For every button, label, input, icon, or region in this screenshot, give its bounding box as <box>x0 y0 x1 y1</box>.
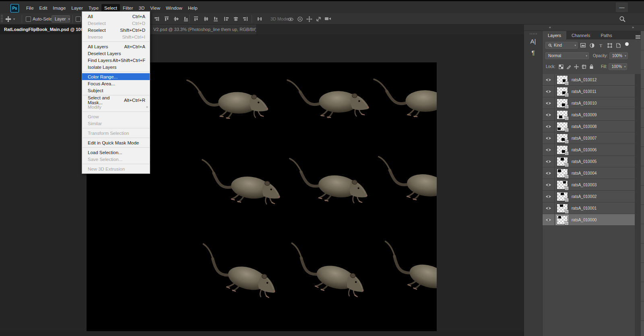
layer-name[interactable]: ratsA_010010 <box>572 101 597 105</box>
layer-row[interactable]: ratsA_010001 <box>543 202 635 214</box>
layer-thumbnail[interactable] <box>557 204 568 213</box>
distribute-right-icon[interactable] <box>242 16 248 22</box>
menubar-item-type[interactable]: Type <box>86 4 101 12</box>
menubar-item-help[interactable]: Help <box>185 4 200 12</box>
move-tool-preset[interactable]: ▾ <box>5 13 15 25</box>
align-v-center-icon[interactable] <box>173 16 180 22</box>
menu-item-all[interactable]: AllCtrl+A <box>82 13 150 20</box>
menu-item-all-layers[interactable]: All LayersAlt+Ctrl+A <box>82 43 150 50</box>
layer-row[interactable]: ratsA_010012 <box>543 74 635 86</box>
layer-thumbnail[interactable] <box>557 99 568 108</box>
layer-thumbnail[interactable] <box>557 75 568 85</box>
menubar-item-select[interactable]: Select <box>101 4 120 12</box>
layer-thumbnail[interactable] <box>557 192 568 201</box>
layer-name[interactable]: ratsA_010004 <box>572 171 597 175</box>
layer-thumbnail[interactable] <box>557 134 568 143</box>
layer-name[interactable]: ratsA_010009 <box>572 113 597 117</box>
blend-mode-dropdown[interactable]: Normal▾ <box>545 52 589 59</box>
minimize-button[interactable]: — <box>616 2 628 12</box>
3d-roll-icon[interactable] <box>297 16 303 22</box>
menubar-item-view[interactable]: View <box>147 4 163 12</box>
menu-item-select-and-mask[interactable]: Select and Mask...Alt+Ctrl+R <box>82 97 150 103</box>
menubar-item-window[interactable]: Window <box>163 4 185 12</box>
layer-thumbnail[interactable] <box>557 215 568 225</box>
align-right-icon[interactable] <box>154 16 160 22</box>
search-icon[interactable] <box>619 16 626 23</box>
collapse-panels-icon[interactable]: « <box>549 25 551 29</box>
layer-thumbnail[interactable] <box>557 157 568 166</box>
3d-pan-icon[interactable] <box>306 16 312 22</box>
layer-name[interactable]: ratsA_010012 <box>572 78 597 82</box>
lock-all-icon[interactable] <box>588 64 595 69</box>
layer-row[interactable]: ratsA_010009 <box>543 109 635 121</box>
panel-tab-paths[interactable]: Paths <box>596 31 617 39</box>
layer-name[interactable]: ratsA_010003 <box>572 183 597 187</box>
menubar-item-image[interactable]: Image <box>50 4 68 12</box>
visibility-eye-icon[interactable] <box>543 167 555 179</box>
layer-thumbnail[interactable] <box>557 122 568 131</box>
layer-row[interactable]: ratsA_010006 <box>543 144 635 156</box>
visibility-eye-icon[interactable] <box>543 86 555 97</box>
visibility-eye-icon[interactable] <box>543 214 555 225</box>
menu-item-isolate-layers[interactable]: Isolate Layers <box>82 64 150 70</box>
layer-thumbnail[interactable] <box>557 145 568 155</box>
3d-slide-icon[interactable] <box>316 16 322 22</box>
smart-object-filter-icon[interactable] <box>615 43 622 48</box>
visibility-eye-icon[interactable] <box>543 74 555 85</box>
3d-orbit-icon[interactable] <box>287 16 293 22</box>
menu-item-modify[interactable]: Modify▸ <box>82 103 150 110</box>
layer-name[interactable]: ratsA_010002 <box>572 194 597 199</box>
layer-name[interactable]: ratsA_010001 <box>572 206 597 210</box>
visibility-eye-icon[interactable] <box>543 132 555 144</box>
distribute-bottom-icon[interactable] <box>213 16 219 22</box>
pixel-layer-filter-icon[interactable] <box>580 43 586 48</box>
layer-thumbnail[interactable] <box>557 169 568 178</box>
menubar-item-edit[interactable]: Edit <box>37 4 50 12</box>
visibility-eye-icon[interactable] <box>543 121 555 132</box>
menu-item-similar[interactable]: Similar <box>82 120 150 127</box>
menu-item-save-selection[interactable]: Save Selection... <box>82 156 150 163</box>
layer-row[interactable]: ratsA_010002 <box>543 191 635 202</box>
layer-row[interactable]: ratsA_010005 <box>543 156 635 167</box>
distribute-v-center-icon[interactable] <box>203 16 209 22</box>
menubar-item-3d[interactable]: 3D <box>136 4 148 12</box>
visibility-eye-icon[interactable] <box>543 156 555 167</box>
auto-select-target-dropdown[interactable]: Layer▾ <box>52 13 70 25</box>
layer-name[interactable]: ratsA_010007 <box>572 136 597 140</box>
lock-transparent-pixels-icon[interactable] <box>558 64 564 69</box>
menu-item-transform-selection[interactable]: Transform Selection <box>82 130 150 136</box>
fill-dropdown[interactable]: 100%▾ <box>609 63 627 70</box>
visibility-eye-icon[interactable] <box>543 97 555 109</box>
align-bottom-icon[interactable] <box>183 16 189 22</box>
show-transform-controls-checkbox[interactable] <box>76 13 81 25</box>
menubar-item-file[interactable]: File <box>23 4 37 12</box>
expand-panels-icon[interactable]: » <box>632 25 634 29</box>
menu-item-grow[interactable]: Grow <box>82 113 150 120</box>
menu-item-deselect-layers[interactable]: Deselect Layers <box>82 50 150 57</box>
paragraph-panel-icon[interactable]: ¶ <box>527 47 539 57</box>
layer-name[interactable]: ratsA_010000 <box>572 218 597 222</box>
menu-item-reselect[interactable]: ReselectShift+Ctrl+D <box>82 27 150 33</box>
shape-layer-filter-icon[interactable] <box>606 43 613 48</box>
document-tab-secondary[interactable]: V2.psd @ 33.3% (Photoshop_line them up, … <box>149 25 256 34</box>
menu-item-inverse[interactable]: InverseShift+Ctrl+I <box>82 33 150 40</box>
layer-thumbnail[interactable] <box>557 110 568 120</box>
adjustment-layer-filter-icon[interactable] <box>588 43 595 48</box>
menu-item-deselect[interactable]: DeselectCtrl+D <box>82 20 150 27</box>
menu-item-find-layers[interactable]: Find LayersAlt+Shift+Ctrl+F <box>82 57 150 64</box>
visibility-eye-icon[interactable] <box>543 109 555 120</box>
distribute-top-icon[interactable] <box>193 16 199 22</box>
layer-row[interactable]: ratsA_010004 <box>543 167 635 179</box>
menu-item-load-selection[interactable]: Load Selection... <box>82 149 150 156</box>
layer-row[interactable]: ratsA_010011 <box>543 86 635 97</box>
visibility-eye-icon[interactable] <box>543 191 555 202</box>
type-layer-filter-icon[interactable]: T <box>597 43 604 48</box>
layers-scrollbar[interactable] <box>635 74 641 336</box>
layer-row[interactable]: ratsA_010007 <box>543 132 635 144</box>
layer-row[interactable]: ratsA_010010 <box>543 97 635 109</box>
lock-artboard-icon[interactable] <box>581 64 587 69</box>
visibility-eye-icon[interactable] <box>543 179 555 190</box>
3d-camera-icon[interactable] <box>324 16 330 22</box>
auto-select-checkbox[interactable] <box>26 13 31 25</box>
distribute-spacing-icon[interactable] <box>257 16 263 22</box>
